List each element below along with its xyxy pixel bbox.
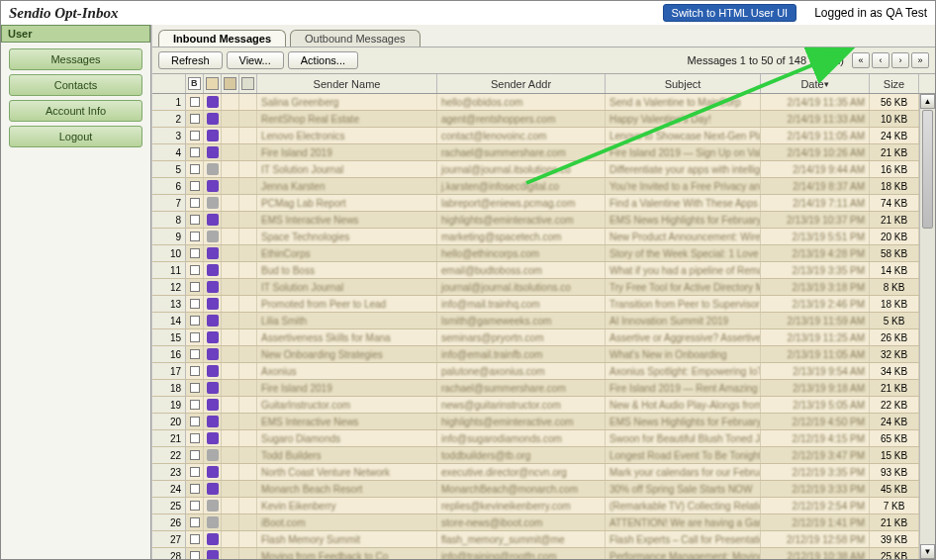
row-checkbox-cell[interactable]: [186, 313, 204, 328]
row-checkbox[interactable]: [190, 349, 200, 359]
row-checkbox[interactable]: [190, 400, 200, 410]
scroll-thumb[interactable]: [922, 110, 933, 229]
row-checkbox[interactable]: [190, 551, 200, 559]
view-button[interactable]: View...: [227, 51, 284, 69]
message-row[interactable]: 5IT Solution Journaljournal@journal.itso…: [152, 161, 919, 178]
row-checkbox-cell[interactable]: [186, 363, 204, 379]
message-row[interactable]: 13Promoted from Peer to Leadinfo@mail.tr…: [152, 296, 919, 313]
col-sender-name[interactable]: Sender Name: [257, 74, 437, 93]
row-checkbox-cell[interactable]: [186, 414, 204, 429]
col-index[interactable]: [152, 74, 186, 93]
row-checkbox[interactable]: [190, 383, 200, 393]
last-page-icon[interactable]: »: [911, 52, 929, 68]
row-checkbox-cell[interactable]: [186, 430, 204, 446]
first-page-icon[interactable]: «: [852, 52, 870, 68]
row-checkbox[interactable]: [190, 467, 200, 477]
row-checkbox-cell[interactable]: [186, 144, 204, 160]
row-checkbox-cell[interactable]: [186, 229, 204, 244]
row-checkbox[interactable]: [190, 131, 200, 140]
message-row[interactable]: 25Kevin Eikenberryreplies@kevineikenberr…: [152, 498, 919, 514]
message-row[interactable]: 20EMS Interactive Newshighlights@eminter…: [152, 414, 919, 430]
row-checkbox[interactable]: [190, 501, 200, 511]
row-checkbox-cell[interactable]: [186, 111, 204, 127]
next-page-icon[interactable]: ›: [891, 52, 909, 68]
row-checkbox[interactable]: [190, 181, 200, 191]
sidebar-item-logout[interactable]: Logout: [9, 126, 142, 147]
message-row[interactable]: 15Assertiveness Skills for Manaseminars@…: [152, 329, 919, 346]
message-row[interactable]: 21Sugaro Diamondsinfo@sugarodiamonds.com…: [152, 430, 919, 447]
message-row[interactable]: 11Bud to Bossemail@budtoboss.comWhat if …: [152, 262, 919, 279]
col-flag2[interactable]: [222, 74, 239, 93]
message-row[interactable]: 18Fire Island 2019rachael@summershare.co…: [152, 380, 919, 397]
col-checkbox[interactable]: [186, 74, 204, 93]
row-checkbox-cell[interactable]: [186, 481, 204, 497]
message-row[interactable]: 17Axoniuspalutone@axonius.comAxonius Spo…: [152, 363, 919, 380]
prev-page-icon[interactable]: ‹: [872, 52, 889, 68]
message-row[interactable]: 9Space Technologiesmarketing@spacetech.c…: [152, 229, 919, 245]
message-row[interactable]: 26iBoot.comstore-news@iboot.comATTENTION…: [152, 514, 919, 531]
sidebar-item-account-info[interactable]: Account Info: [9, 100, 142, 122]
col-date[interactable]: Date: [761, 74, 870, 93]
sidebar-item-messages[interactable]: Messages: [9, 48, 142, 70]
message-row[interactable]: 28Moving from Feedback to Coinfo@trainin…: [152, 548, 919, 559]
message-row[interactable]: 14Lilia Smithlsmith@gameweeks.comAI Inno…: [152, 313, 919, 329]
message-row[interactable]: 3Lenovo Electronicscontact@lenovoinc.com…: [152, 128, 919, 144]
message-row[interactable]: 7PCMag Lab Reportlabreport@eniews.pcmag.…: [152, 195, 919, 212]
row-checkbox-cell[interactable]: [186, 94, 204, 110]
vertical-scrollbar[interactable]: ▲ ▼: [919, 94, 935, 559]
row-checkbox-cell[interactable]: [186, 212, 204, 228]
row-checkbox[interactable]: [190, 282, 200, 292]
message-row[interactable]: 24Monarch Beach ResortMonarchBeach@monar…: [152, 481, 919, 498]
tab-outbound[interactable]: Outbound Messages: [290, 30, 421, 47]
row-checkbox-cell[interactable]: [186, 514, 204, 530]
row-checkbox[interactable]: [190, 164, 200, 174]
sidebar-item-contacts[interactable]: Contacts: [9, 74, 142, 96]
message-row[interactable]: 22Todd Builderstoddbuilders@tb.orgLonges…: [152, 447, 919, 464]
row-checkbox-cell[interactable]: [186, 296, 204, 312]
message-row[interactable]: 6Jenna Karstenj.karsten@infosecdigital.c…: [152, 178, 919, 195]
row-checkbox-cell[interactable]: [186, 279, 204, 295]
row-checkbox[interactable]: [190, 417, 200, 426]
switch-ui-button[interactable]: Switch to HTML User UI: [663, 4, 797, 22]
row-checkbox-cell[interactable]: [186, 380, 204, 396]
tab-inbound[interactable]: Inbound Messages: [158, 30, 286, 47]
row-checkbox-cell[interactable]: [186, 329, 204, 345]
row-checkbox[interactable]: [190, 316, 200, 326]
row-checkbox[interactable]: [190, 484, 200, 494]
row-checkbox-cell[interactable]: [186, 464, 204, 480]
message-row[interactable]: 4Fire Island 2019rachael@summershare.com…: [152, 144, 919, 161]
row-checkbox[interactable]: [190, 366, 200, 376]
row-checkbox-cell[interactable]: [186, 161, 204, 177]
row-checkbox[interactable]: [190, 248, 200, 258]
row-checkbox-cell[interactable]: [186, 195, 204, 211]
message-row[interactable]: 12IT Solution Journaljournal@journal.its…: [152, 279, 919, 296]
message-row[interactable]: 19GuitarInstructor.comnews@guitarinstruc…: [152, 397, 919, 414]
row-checkbox[interactable]: [190, 97, 200, 107]
row-checkbox[interactable]: [190, 534, 200, 544]
row-checkbox-cell[interactable]: [186, 262, 204, 278]
row-checkbox-cell[interactable]: [186, 548, 204, 559]
row-checkbox-cell[interactable]: [186, 346, 204, 362]
message-row[interactable]: 2RentShop Real Estateagent@rentshoppers.…: [152, 111, 919, 128]
row-checkbox-cell[interactable]: [186, 397, 204, 413]
row-checkbox-cell[interactable]: [186, 531, 204, 547]
row-checkbox[interactable]: [190, 450, 200, 460]
col-size[interactable]: Size: [870, 74, 919, 93]
message-row[interactable]: 23North Coast Venture Networkexecutive.d…: [152, 464, 919, 481]
message-row[interactable]: 1Salina Greenberghello@obidos.comSend a …: [152, 94, 919, 111]
scroll-up-icon[interactable]: ▲: [920, 94, 935, 109]
row-checkbox-cell[interactable]: [186, 178, 204, 194]
row-checkbox[interactable]: [190, 299, 200, 309]
scroll-down-icon[interactable]: ▼: [920, 544, 935, 559]
row-checkbox[interactable]: [190, 215, 200, 225]
col-flag1[interactable]: [204, 74, 222, 93]
row-checkbox[interactable]: [190, 332, 200, 342]
row-checkbox[interactable]: [190, 265, 200, 275]
col-sender-addr[interactable]: Sender Addr: [437, 74, 606, 93]
row-checkbox[interactable]: [190, 232, 200, 241]
row-checkbox[interactable]: [190, 198, 200, 208]
row-checkbox[interactable]: [190, 433, 200, 443]
refresh-button[interactable]: Refresh: [158, 51, 223, 69]
col-flag3[interactable]: [239, 74, 257, 93]
actions-button[interactable]: Actions...: [288, 51, 358, 69]
